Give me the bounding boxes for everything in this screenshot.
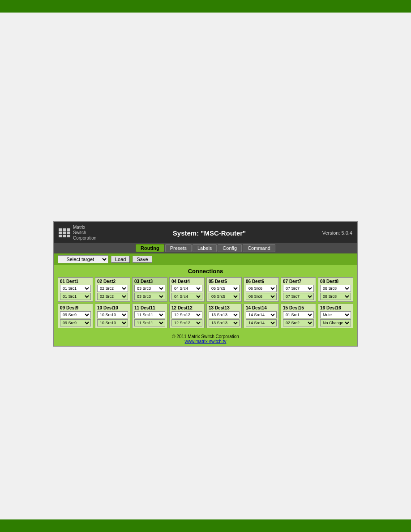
dest-select-3b[interactable]: 03 Src3: [134, 293, 165, 300]
dest-cell-14: 14 Dest14 14 Src14 14 Src14: [244, 304, 279, 328]
logo-area: Matrix Switch Corporation: [59, 225, 96, 241]
nav-labels[interactable]: Labels: [193, 244, 217, 252]
footer-copyright: © 2011 Matrix Switch Corporation: [56, 334, 355, 339]
dest-label-9: 09 Dest9: [60, 305, 91, 310]
dest-select-3a[interactable]: 03 Src3: [134, 285, 165, 292]
nav-config[interactable]: Config: [218, 244, 242, 252]
connections-grid: 01 Dest1 01 Src1 01 Src1 02 Dest2 02 Src…: [58, 277, 353, 328]
dest-select-6b[interactable]: 06 Src6: [246, 293, 277, 300]
dest-select-15b[interactable]: 02 Src2: [283, 319, 314, 326]
dest-label-10: 10 Dest10: [97, 305, 128, 310]
connections-title: Connections: [58, 268, 353, 275]
dest-select-14a[interactable]: 14 Src14: [246, 311, 277, 318]
dest-cell-5: 05 Dest5 05 Src5 05 Src5: [206, 277, 242, 302]
dest-select-8b[interactable]: 08 Src8: [320, 293, 351, 300]
dest-select-14b[interactable]: 14 Src14: [246, 319, 277, 326]
dest-label-15: 15 Dest15: [283, 305, 314, 310]
dest-cell-3: 03 Dest3 03 Src3 03 Src3: [132, 277, 167, 302]
dest-select-1b[interactable]: 01 Src1: [60, 293, 91, 300]
dest-cell-12: 12 Dest12 12 Src12 12 Src12: [169, 304, 205, 328]
dest-select-2b[interactable]: 02 Src2: [97, 293, 128, 300]
dest-select-8a[interactable]: 08 Src8: [320, 285, 351, 292]
dest-select-4a[interactable]: 04 Src4: [171, 285, 202, 292]
dest-label-14: 14 Dest14: [246, 305, 277, 310]
select-target[interactable]: -- Select target --: [58, 255, 108, 263]
dest-cell-10: 10 Dest10 10 Src10 10 Src10: [95, 304, 130, 328]
system-title: System: "MSC-Router": [96, 229, 322, 237]
dest-label-8: 08 Dest8: [320, 279, 351, 284]
dest-select-9b[interactable]: 09 Src9: [60, 319, 91, 326]
nav-routing[interactable]: Routing: [136, 244, 164, 252]
panel-footer: © 2011 Matrix Switch Corporation www.mat…: [54, 332, 357, 346]
dest-cell-15: 15 Dest15 01 Src1 02 Src2: [281, 304, 316, 328]
load-button[interactable]: Load: [111, 256, 130, 263]
dest-cell-11: 11 Dest11 11 Src11 11 Src11: [132, 304, 167, 328]
dest-select-11a[interactable]: 11 Src11: [134, 311, 165, 318]
connections-panel: Connections 01 Dest1 01 Src1 01 Src1 02 …: [54, 265, 357, 332]
dest-select-7a[interactable]: 07 Src7: [283, 285, 314, 292]
dest-cell-1: 01 Dest1 01 Src1 01 Src1: [58, 277, 93, 302]
nav-bar: Routing Presets Labels Config Command: [54, 243, 357, 253]
dest-select-2a[interactable]: 02 Src2: [97, 285, 128, 292]
dest-label-2: 02 Dest2: [97, 279, 128, 284]
dest-cell-4: 04 Dest4 04 Src4 04 Src4: [169, 277, 205, 302]
dest-cell-16: 16 Dest16 Mute No Change: [318, 304, 353, 328]
dest-select-5b[interactable]: 05 Src5: [209, 293, 240, 300]
dest-select-15a[interactable]: 01 Src1: [283, 311, 314, 318]
dest-select-13b[interactable]: 13 Src13: [209, 319, 240, 326]
save-button[interactable]: Save: [133, 256, 152, 263]
logo-text: Matrix Switch Corporation: [73, 225, 96, 241]
top-bar: [0, 0, 411, 13]
dest-cell-13: 13 Dest13 13 Src13 13 Src13: [206, 304, 242, 328]
dest-select-7b[interactable]: 07 Src7: [283, 293, 314, 300]
dest-cell-2: 02 Dest2 02 Src2 02 Src2: [95, 277, 130, 302]
dest-label-1: 01 Dest1: [60, 279, 91, 284]
dest-select-5a[interactable]: 05 Src5: [209, 285, 240, 292]
dest-select-1a[interactable]: 01 Src1: [60, 285, 91, 292]
footer-link[interactable]: www.matrix-switch.tv: [56, 339, 355, 344]
nav-presets[interactable]: Presets: [165, 244, 192, 252]
panel-header: Matrix Switch Corporation System: "MSC-R…: [54, 222, 357, 243]
dest-cell-8: 08 Dest8 08 Src8 08 Src8: [318, 277, 353, 302]
logo-grid: [59, 228, 70, 237]
dest-label-6: 06 Dest6: [246, 279, 277, 284]
dest-select-6a[interactable]: 06 Src6: [246, 285, 277, 292]
dest-select-9a[interactable]: 09 Src9: [60, 311, 91, 318]
dest-select-13a[interactable]: 13 Src13: [209, 311, 240, 318]
version-text: Version: 5.0.4: [322, 230, 352, 236]
dest-label-16: 16 Dest16: [320, 305, 351, 310]
bottom-bar: [0, 519, 411, 532]
dest-select-11b[interactable]: 11 Src11: [134, 319, 165, 326]
dest-select-10a[interactable]: 10 Src10: [97, 311, 128, 318]
dest-label-3: 03 Dest3: [134, 279, 165, 284]
dest-label-7: 07 Dest7: [283, 279, 314, 284]
main-content: manuarchive.com Matrix Switch Corporatio…: [0, 13, 411, 519]
dest-select-4b[interactable]: 04 Src4: [171, 293, 202, 300]
dest-cell-6: 06 Dest6 06 Src6 06 Src6: [244, 277, 279, 302]
dest-select-16b[interactable]: No Change: [320, 319, 351, 326]
dest-label-4: 04 Dest4: [171, 279, 202, 284]
dest-label-12: 12 Dest12: [171, 305, 202, 310]
dest-label-13: 13 Dest13: [209, 305, 240, 310]
control-bar: -- Select target -- Load Save: [54, 253, 357, 265]
dest-label-5: 05 Dest5: [209, 279, 240, 284]
dest-select-10b[interactable]: 10 Src10: [97, 319, 128, 326]
nav-command[interactable]: Command: [243, 244, 275, 252]
dest-label-11: 11 Dest11: [134, 305, 165, 310]
router-panel: Matrix Switch Corporation System: "MSC-R…: [53, 221, 358, 347]
dest-select-16a[interactable]: Mute: [320, 311, 351, 318]
dest-cell-9: 09 Dest9 09 Src9 09 Src9: [58, 304, 93, 328]
dest-select-12a[interactable]: 12 Src12: [171, 311, 202, 318]
dest-cell-7: 07 Dest7 07 Src7 07 Src7: [281, 277, 316, 302]
dest-select-12b[interactable]: 12 Src12: [171, 319, 202, 326]
